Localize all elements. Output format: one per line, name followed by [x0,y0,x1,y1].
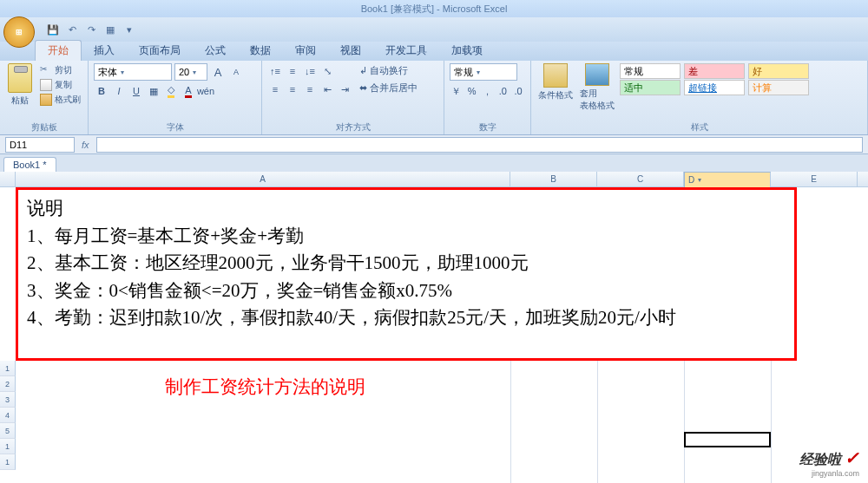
styles-group-label: 样式 [536,120,862,134]
office-icon: ⊞ [16,28,23,36]
name-box[interactable]: D11 [5,137,75,153]
row-hdr[interactable]: 1 [0,361,16,376]
redo-icon[interactable]: ↷ [83,22,99,37]
align-bot-button[interactable]: ↓≡ [302,63,318,79]
font-color-button[interactable]: A [181,83,196,99]
indent-dec-button[interactable]: ⇤ [319,82,335,97]
font-color-icon: A [185,85,191,98]
cut-label: 剪切 [55,64,72,76]
table-format-button[interactable]: 套用 表格格式 [578,63,616,112]
window-filename: Book1 [兼容模式] [361,3,434,14]
tab-formula[interactable]: 公式 [193,41,238,61]
col-c[interactable]: C [597,172,684,186]
qat-more-icon[interactable]: ▾ [122,22,137,37]
copy-label: 复制 [55,79,72,91]
cut-button[interactable]: ✂剪切 [38,63,82,77]
cut-icon: ✂ [40,64,52,76]
comma-button[interactable]: , [481,83,495,99]
tab-dev[interactable]: 开发工具 [373,41,439,61]
font-name-select[interactable]: 宋体 [94,63,172,81]
currency-icon: ￥ [451,85,461,98]
font-size-select[interactable]: 20 [174,63,207,81]
bold-button[interactable]: B [94,83,109,99]
row-hdr[interactable]: 1 [0,454,16,470]
select-all-corner[interactable] [0,172,16,186]
orient-icon: ⤡ [324,66,332,77]
tab-layout[interactable]: 页面布局 [127,41,193,61]
annotation-box: 说明 1、每月工资=基本工资+奖金+考勤 2、基本工资：地区经理2000元，业务… [16,187,797,361]
row-hdr[interactable]: 2 [0,376,16,392]
shrink-font-button[interactable]: A [228,64,244,80]
wrap-button[interactable]: ↲自动换行 [356,63,421,78]
grow-font-button[interactable]: A [210,64,226,80]
align-top-button[interactable]: ↑≡ [267,63,283,79]
italic-button[interactable]: I [111,83,127,99]
col-e[interactable]: E [771,172,858,186]
percent-button[interactable]: % [465,83,479,99]
style-normal[interactable]: 常规 [620,63,681,79]
excel-icon[interactable]: ▦ [102,22,118,37]
row-hdr[interactable]: 5 [0,423,16,439]
style-calc[interactable]: 计算 [748,80,809,95]
orient-button[interactable]: ⤡ [319,63,335,79]
align-center-button[interactable]: ≡ [285,82,300,97]
group-styles: 条件格式 套用 表格格式 常规 适中 差 超链接 好 计算 样式 [531,61,868,134]
sheet-tab[interactable]: Book1 * [3,157,56,172]
number-format-select[interactable]: 常规 [450,63,517,81]
merge-button[interactable]: ⬌合并后居中 [356,81,421,95]
indent-inc-button[interactable]: ⇥ [337,82,352,97]
fx-icon[interactable]: fx [82,140,89,150]
col-a[interactable]: A [16,172,510,186]
tab-view[interactable]: 视图 [328,41,373,61]
style-good[interactable]: 好 [748,63,809,79]
cond-format-button[interactable]: 条件格式 [536,63,575,112]
tab-insert[interactable]: 插入 [82,41,127,61]
phonetic-button[interactable]: wén [198,83,214,99]
undo-icon[interactable]: ↶ [64,22,80,37]
save-icon[interactable]: 💾 [45,22,61,37]
table-format-icon [585,63,609,86]
tab-review[interactable]: 审阅 [283,41,328,61]
underline-button[interactable]: U [128,83,144,99]
tab-addin[interactable]: 加载项 [439,41,495,61]
content-line-2: 2、基本工资：地区经理2000元，业务骨干1500元，助理1000元 [27,250,786,277]
group-number: 常规 ￥ % , .0 .0 数字 [444,61,531,134]
formula-input[interactable] [96,137,863,153]
paste-button[interactable]: 粘贴 [5,63,35,115]
dec-inc-icon: .0 [499,86,507,96]
dec-dec-icon: .0 [514,86,522,96]
style-ok[interactable]: 适中 [620,80,681,95]
format-painter-button[interactable]: 格式刷 [38,93,82,107]
content-line-1: 1、每月工资=基本工资+奖金+考勤 [27,223,786,251]
tab-home[interactable]: 开始 [35,40,82,61]
group-clipboard: 粘贴 ✂剪切 复制 格式刷 剪贴板 [0,61,89,134]
row-hdr[interactable]: 4 [0,408,16,423]
dec-inc-button[interactable]: .0 [496,83,510,99]
currency-button[interactable]: ￥ [450,83,464,99]
copy-button[interactable]: 复制 [38,78,82,92]
group-align: ↑≡ ≡ ↓≡ ⤡ ≡ ≡ ≡ ⇤ ⇥ ↲自动换行 ⬌合并后居中 对齐方式 [262,61,444,134]
row-hdr[interactable]: 3 [0,392,16,408]
wrap-label: 自动换行 [370,64,408,77]
border-button[interactable]: ▦ [146,83,161,99]
office-button[interactable]: ⊞ [3,16,35,48]
phonetic-icon: wén [197,86,214,96]
align-left-button[interactable]: ≡ [267,82,283,97]
window-app: Microsoft Excel [443,3,508,14]
tab-data[interactable]: 数据 [238,41,283,61]
col-b[interactable]: B [510,172,597,186]
style-bad[interactable]: 差 [684,63,745,79]
align-mid-icon: ≡ [290,66,295,76]
align-group-label: 对齐方式 [267,120,438,134]
align-mid-button[interactable]: ≡ [285,63,300,79]
dec-dec-button[interactable]: .0 [511,83,525,99]
align-bot-icon: ↓≡ [305,66,315,76]
watermark: 经验啦 ✓ jingyanla.com [799,447,859,478]
col-d[interactable]: D [684,172,771,189]
grid[interactable]: A B C D E 说明 1、每月工资=基本工资+奖金+考勤 2、基本工资：地区… [0,172,868,483]
selected-cell[interactable] [684,432,771,447]
style-link[interactable]: 超链接 [684,80,745,95]
fill-color-button[interactable]: ◇ [163,83,179,99]
row-hdr[interactable]: 1 [0,439,16,454]
align-right-button[interactable]: ≡ [302,82,318,97]
